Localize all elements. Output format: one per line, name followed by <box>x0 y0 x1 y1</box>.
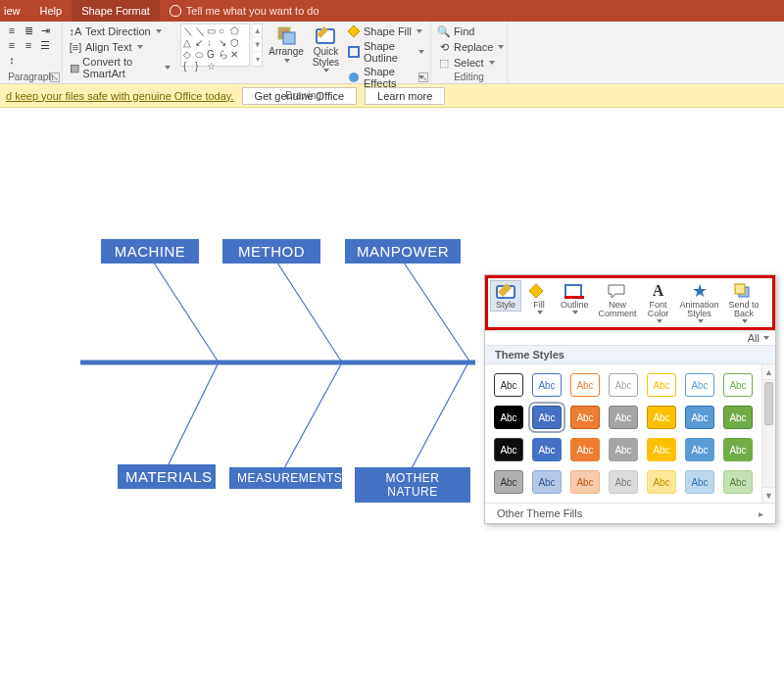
theme-style-swatch[interactable]: Abc <box>570 406 600 429</box>
tab-view-partial[interactable]: iew <box>0 0 30 22</box>
fishbone-label-materials[interactable]: MATERIALS <box>118 464 216 489</box>
fishbone-label-manpower[interactable]: MANPOWER <box>345 239 461 264</box>
fishbone-label-mother-nature[interactable]: MOTHER NATURE <box>355 467 470 503</box>
theme-style-swatch[interactable]: Abc <box>570 438 600 461</box>
scroll-thumb[interactable] <box>764 382 773 425</box>
theme-style-swatch[interactable]: Abc <box>723 438 753 461</box>
fishbone-label-machine[interactable]: MACHINE <box>101 239 199 264</box>
find-button[interactable]: 🔍 Find <box>435 24 476 39</box>
theme-style-swatch[interactable]: Abc <box>609 438 638 461</box>
arrange-icon <box>275 24 297 46</box>
theme-style-swatch[interactable]: Abc <box>723 373 753 397</box>
columns-icon[interactable]: ☰ <box>37 38 53 52</box>
theme-style-swatch[interactable]: Abc <box>570 470 600 494</box>
theme-style-swatch[interactable]: Abc <box>647 373 676 397</box>
scroll-down-icon[interactable]: ▼ <box>762 487 775 503</box>
svg-rect-16 <box>735 284 745 294</box>
theme-style-swatch[interactable]: Abc <box>532 373 562 397</box>
new-comment-icon <box>606 282 629 300</box>
svg-line-11 <box>412 362 468 468</box>
theme-style-swatch[interactable]: Abc <box>685 438 714 461</box>
theme-style-swatch[interactable]: Abc <box>647 470 676 494</box>
theme-style-swatch[interactable]: Abc <box>647 438 676 461</box>
theme-style-swatch[interactable]: Abc <box>723 470 753 494</box>
theme-style-swatch[interactable]: Abc <box>494 438 523 461</box>
popup-style-button[interactable]: Style <box>490 280 521 312</box>
select-button[interactable]: ⬚ Select <box>435 55 497 71</box>
convert-smartart-button[interactable]: ▧ Convert to SmartArt <box>67 55 172 80</box>
shape-fill-icon <box>347 24 361 38</box>
drawing-dialog-launcher[interactable]: ↘ <box>418 72 428 82</box>
fishbone-label-method[interactable]: METHOD <box>222 239 320 264</box>
popup-fill-button[interactable]: Fill <box>523 280 555 316</box>
align-center-icon[interactable]: ≡ <box>21 38 36 52</box>
popup-send-to-back-button[interactable]: Send to Back <box>725 280 763 325</box>
popup-new-comment-button[interactable]: New Comment <box>595 280 641 320</box>
popup-toolbar: Style Fill Outline New Comment A Font Co… <box>485 275 775 330</box>
theme-style-swatch[interactable]: Abc <box>532 406 562 429</box>
paragraph-dialog-launcher[interactable]: ↘ <box>50 72 60 82</box>
animation-styles-icon: ★ <box>688 282 711 300</box>
theme-style-swatch[interactable]: Abc <box>723 406 753 429</box>
other-theme-fills-row[interactable]: Other Theme Fills ▸ <box>485 503 775 523</box>
bullet-list-icon[interactable]: ≡ <box>4 24 20 37</box>
quick-styles-button[interactable]: Quick Styles <box>310 24 342 73</box>
chevron-right-icon: ▸ <box>759 508 763 519</box>
align-text-icon: [≡] <box>69 40 82 54</box>
popup-outline-button[interactable]: Outline <box>557 280 593 316</box>
shapes-gallery[interactable]: ＼＼▭○⬠△ ↙↓↘⬡◇⬭ Gら✕{}☆ <box>180 24 250 67</box>
svg-line-10 <box>284 362 342 468</box>
theme-style-swatch[interactable]: Abc <box>532 438 562 461</box>
svg-line-9 <box>167 362 219 468</box>
tab-shape-format[interactable]: Shape Format <box>72 0 160 22</box>
theme-style-swatch[interactable]: Abc <box>685 373 714 397</box>
text-direction-icon: ↕A <box>69 24 82 38</box>
scroll-up-icon[interactable]: ▲ <box>762 364 775 380</box>
group-editing-label: Editing <box>435 72 503 83</box>
indent-right-icon[interactable]: ⇥ <box>37 24 53 37</box>
theme-style-swatch[interactable]: Abc <box>685 470 714 494</box>
theme-style-swatch[interactable]: Abc <box>609 373 638 397</box>
replace-button[interactable]: ⟲ Replace <box>435 39 506 55</box>
theme-style-swatch[interactable]: Abc <box>494 406 523 429</box>
shape-effects-icon <box>347 71 361 84</box>
theme-style-swatch[interactable]: Abc <box>609 406 638 429</box>
text-direction-button[interactable]: ↕A Text Direction <box>67 24 164 39</box>
arrange-button[interactable]: Arrange <box>266 24 307 64</box>
svg-rect-14 <box>564 296 584 299</box>
svg-line-6 <box>152 260 219 362</box>
popup-all-row[interactable]: All <box>485 330 775 346</box>
svg-point-4 <box>349 72 359 82</box>
shapes-gallery-scroll[interactable]: ▲▼▾ <box>253 24 263 67</box>
number-list-icon[interactable]: ≣ <box>21 24 36 37</box>
styles-scrollbar[interactable]: ▲ ▼ <box>761 364 775 503</box>
theme-style-swatch[interactable]: Abc <box>647 406 676 429</box>
theme-style-swatch[interactable]: Abc <box>685 406 714 429</box>
shape-outline-button[interactable]: Shape Outline <box>345 39 426 65</box>
theme-style-swatch[interactable]: Abc <box>494 373 523 397</box>
align-left-icon[interactable]: ≡ <box>4 38 20 52</box>
theme-style-swatch[interactable]: Abc <box>494 470 523 494</box>
replace-icon: ⟲ <box>437 40 451 54</box>
theme-style-swatch[interactable]: Abc <box>570 373 600 397</box>
fill-icon <box>527 282 551 300</box>
line-spacing-icon[interactable]: ↕ <box>4 53 20 67</box>
tell-me-placeholder: Tell me what you want to do <box>186 5 319 17</box>
smartart-icon: ▧ <box>69 61 79 74</box>
popup-font-color-button[interactable]: A Font Color <box>643 280 674 325</box>
tab-help[interactable]: Help <box>30 0 73 22</box>
shape-fill-button[interactable]: Shape Fill <box>345 24 426 39</box>
shape-styles-popup: Style Fill Outline New Comment A Font Co… <box>484 274 776 524</box>
theme-style-swatch[interactable]: Abc <box>609 470 638 494</box>
fishbone-label-measurements[interactable]: MEASUREMENTS <box>229 467 342 489</box>
svg-rect-13 <box>565 285 581 297</box>
lightbulb-icon <box>170 5 181 17</box>
popup-animation-styles-button[interactable]: ★ Animation Styles <box>676 280 723 325</box>
font-color-icon: A <box>647 282 670 300</box>
tell-me-search[interactable]: Tell me what you want to do <box>160 0 329 22</box>
theme-style-swatch[interactable]: Abc <box>532 470 562 494</box>
style-icon <box>494 282 517 300</box>
shape-effects-button[interactable]: Shape Effects <box>345 65 426 90</box>
align-text-button[interactable]: [≡] Align Text <box>67 39 145 55</box>
select-icon: ⬚ <box>437 56 451 70</box>
